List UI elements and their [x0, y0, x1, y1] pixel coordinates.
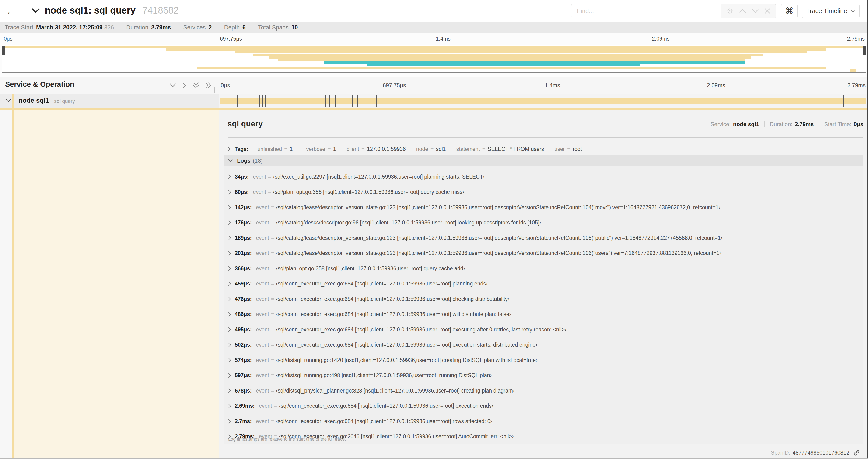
- equals-sign: =: [482, 146, 485, 152]
- log-tick-marker: [259, 95, 260, 107]
- log-entry-row[interactable]: 2.7ms:event=‹sql/conn_executor_exec.go:6…: [228, 417, 859, 426]
- back-button[interactable]: ←: [0, 0, 22, 22]
- span-row-timeline-cell[interactable]: [219, 94, 867, 108]
- gridline: [543, 77, 543, 94]
- log-entry-row[interactable]: 495μs:event=‹sql/conn_executor_exec.go:6…: [228, 325, 859, 334]
- log-entry-row[interactable]: 201μs:event=‹sql/catalog/lease/descripto…: [228, 249, 859, 258]
- log-field-key: event: [256, 265, 269, 272]
- equals-sign: =: [328, 146, 331, 152]
- detail-row-tint: [14, 110, 219, 459]
- equals-sign: =: [271, 281, 274, 287]
- collapse-header-chevron-icon[interactable]: [32, 8, 40, 13]
- log-field-key: event: [253, 174, 266, 180]
- expand-one-icon[interactable]: [183, 82, 186, 88]
- log-entry-row[interactable]: 2.69ms:event=‹sql/conn_executor_exec.go:…: [228, 401, 859, 411]
- meta-value: 6: [242, 24, 246, 31]
- log-tick-marker: [376, 95, 377, 107]
- log-entry-row[interactable]: 189μs:event=‹sql/catalog/lease/descripto…: [228, 233, 859, 242]
- log-entry-row[interactable]: 176μs:event=‹sql/catalog/descs/descripto…: [228, 218, 859, 227]
- log-field-key: event: [256, 357, 269, 363]
- collapse-all-icon[interactable]: [193, 82, 199, 88]
- tag-value: SELECT * FROM users: [488, 146, 544, 152]
- tag-value: 127.0.0.1:59936: [367, 146, 406, 152]
- column-resizer-grip[interactable]: [213, 87, 216, 93]
- chevron-right-icon: [228, 312, 231, 317]
- log-entry-row[interactable]: 34μs:event=‹sql/exec_util.go:2297 [nsql1…: [228, 172, 859, 182]
- collapse-one-icon[interactable]: [170, 84, 176, 87]
- logs-header[interactable]: Logs (18): [224, 155, 863, 166]
- log-tick-marker: [251, 95, 252, 107]
- equals-sign: =: [271, 220, 274, 226]
- span-detail-header[interactable]: sql query Service:node sql1Duration:2.79…: [227, 119, 863, 131]
- log-field-value: ‹sql/conn_executor_exec.go:684 [nsql1,cl…: [276, 327, 566, 333]
- tags-label: Tags:: [235, 146, 248, 152]
- log-tick-marker: [265, 95, 266, 107]
- find-next-icon[interactable]: [752, 9, 759, 13]
- divider: [227, 137, 863, 138]
- equals-sign: =: [431, 146, 434, 152]
- log-field-key: event: [256, 204, 269, 210]
- log-tick-marker: [357, 95, 358, 107]
- log-field-key: event: [256, 327, 269, 333]
- log-field-key: event: [256, 250, 269, 256]
- chevron-right-icon: [228, 190, 231, 195]
- tag-value: root: [572, 146, 582, 152]
- log-entry-row[interactable]: 486μs:event=‹sql/conn_executor_exec.go:6…: [228, 310, 859, 319]
- log-field-key: event: [256, 296, 269, 302]
- tick-label: 1.4ms: [545, 82, 560, 89]
- view-selector-button[interactable]: Trace Timeline: [802, 4, 860, 18]
- focus-match-icon[interactable]: [726, 7, 733, 14]
- span-detail-panel: sql query Service:node sql1Duration:2.79…: [219, 110, 867, 459]
- equals-sign: =: [567, 146, 570, 152]
- minimap-left-handle[interactable]: [2, 46, 5, 55]
- divider: [411, 145, 411, 153]
- meta-label: Total Spans: [258, 24, 289, 31]
- expand-collapse-controls: [170, 77, 211, 94]
- log-field-value: ‹sql/catalog/lease/descriptor_version_st…: [276, 250, 721, 256]
- tick-label: 2.09ms: [707, 82, 725, 89]
- logs-footnote: Log timestamps are relative to the start…: [224, 434, 863, 444]
- chevron-right-icon: [228, 220, 231, 225]
- log-timestamp: 142μs:: [235, 204, 252, 210]
- tick-label: 2.79ms: [847, 82, 866, 89]
- find-clear-icon[interactable]: [765, 8, 770, 14]
- log-entry-row[interactable]: 366μs:event=‹sql/plan_opt.go:358 [nsql1,…: [228, 264, 859, 273]
- equals-sign: =: [271, 372, 274, 379]
- log-entry-row[interactable]: 80μs:event=‹sql/plan_opt.go:358 [nsql1,c…: [228, 188, 859, 197]
- tags-row[interactable]: Tags: _unfinished=1_verbose=1client=127.…: [227, 144, 863, 154]
- log-entry-row[interactable]: 142μs:event=‹sql/catalog/lease/descripto…: [228, 203, 859, 212]
- gridline: [381, 77, 381, 94]
- log-entry-row[interactable]: 502μs:event=‹sql/conn_executor_exec.go:6…: [228, 340, 859, 350]
- log-tick-marker: [226, 95, 227, 107]
- chevron-right-icon: [228, 174, 231, 179]
- chevron-down-icon: [850, 9, 855, 12]
- timeline-minimap[interactable]: [2, 45, 866, 72]
- log-entry-row[interactable]: 459μs:event=‹sql/conn_executor_exec.go:6…: [228, 279, 859, 289]
- span-collapse-chevron-icon[interactable]: [6, 99, 11, 102]
- minimap-right-handle[interactable]: [863, 46, 866, 55]
- tag-item: node=sql1: [416, 146, 446, 152]
- minimap-span-bar: [166, 48, 826, 51]
- logs-section: Logs (18) 34μs:event=‹sql/exec_util.go:2…: [224, 155, 863, 444]
- log-field-key: event: [256, 372, 269, 379]
- deep-link-icon[interactable]: [853, 449, 860, 456]
- summary-value: node sql1: [733, 121, 759, 128]
- log-entry-row[interactable]: 574μs:event=‹sql/distsql_running.go:1420…: [228, 355, 859, 365]
- expand-all-icon[interactable]: [205, 82, 211, 88]
- log-entry-row[interactable]: 476μs:event=‹sql/conn_executor_exec.go:6…: [228, 294, 859, 304]
- log-entry-row[interactable]: 597μs:event=‹sql/distsql_running.go:498 …: [228, 371, 859, 380]
- meta-label: Trace Start: [5, 24, 33, 31]
- keyboard-shortcuts-button[interactable]: ⌘: [781, 4, 798, 18]
- log-tick-marker: [329, 95, 330, 107]
- log-timestamp: 201μs:: [235, 250, 252, 256]
- span-row-name-cell[interactable]: node sql1 sql query: [0, 94, 219, 108]
- chevron-right-icon: [228, 358, 231, 362]
- log-timestamp: 176μs:: [235, 220, 252, 226]
- find-input[interactable]: [571, 4, 720, 18]
- find-prev-icon[interactable]: [739, 9, 746, 13]
- chevron-right-icon: [228, 327, 231, 332]
- log-entry-row[interactable]: 678μs:event=‹sql/distsql_physical_planne…: [228, 386, 859, 395]
- chevron-right-icon: [228, 251, 231, 256]
- summary-label: Service:: [711, 121, 731, 128]
- equals-sign: =: [271, 311, 274, 318]
